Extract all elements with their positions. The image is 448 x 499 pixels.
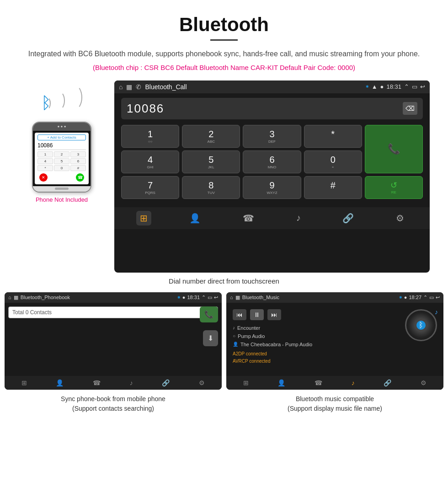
key-5[interactable]: 5 JKL xyxy=(182,150,240,173)
phone-key-0[interactable]: 0 xyxy=(54,165,69,171)
mu-toolbar-contacts[interactable]: 👤 xyxy=(276,378,287,387)
hu-call-title: Bluetooth_Call xyxy=(145,83,187,91)
track-3-icon: 👤 xyxy=(233,342,238,347)
key-4[interactable]: 4 GHI xyxy=(121,150,179,173)
key-7[interactable]: 7 PQRS xyxy=(121,176,179,199)
phone-dialpad: 1 2 3 4 5 6 * 0 # xyxy=(37,151,86,171)
phonebook-menu-icon: ▦ xyxy=(14,295,18,300)
track-row-3: 👤 The Cheebacabra - Pump Audio xyxy=(233,340,401,349)
phone-key-star[interactable]: * xyxy=(37,165,53,171)
key-0[interactable]: 0 + xyxy=(304,150,362,173)
key-9[interactable]: 9 WXYZ xyxy=(243,176,301,199)
phone-key-6[interactable]: 6 xyxy=(70,158,86,164)
toolbar-dialpad[interactable]: ⊞ xyxy=(136,211,151,225)
phone-key-hash[interactable]: # xyxy=(70,165,86,171)
music-note-icon: ♪ xyxy=(435,308,438,316)
music-menu-icon: ▦ xyxy=(235,295,240,300)
phone-call-button[interactable]: ☎ xyxy=(76,173,84,182)
phone-end-button[interactable]: ✕ xyxy=(39,173,48,182)
music-back[interactable]: ↩ xyxy=(436,295,440,300)
phonebook-top-right: ✱ ● 18:31 ⌃ ▭ ↩ xyxy=(177,295,218,300)
music-prev-button[interactable]: ⏮ xyxy=(233,309,246,320)
hu-top-left: ⌂ ▦ ✆ Bluetooth_Call xyxy=(119,83,187,91)
backspace-button[interactable]: ⌫ xyxy=(403,102,417,115)
phone-home-button xyxy=(55,188,69,190)
music-next-button[interactable]: ⏭ xyxy=(267,309,281,320)
toolbar-music[interactable]: ♪ xyxy=(293,211,304,225)
mu-toolbar-music[interactable]: ♪ xyxy=(350,378,357,387)
pb-toolbar-dialpad[interactable]: ⊞ xyxy=(20,378,29,387)
music-status: A2DP connected AVRCP connected xyxy=(233,350,401,365)
phone-mockup: ● ● ● + Add to Contacts 10086 1 2 3 4 5 … xyxy=(32,122,91,193)
music-status-avrcp: AVRCP connected xyxy=(233,358,401,365)
key-6-sub: MNO xyxy=(245,165,299,169)
key-8[interactable]: 8 TUV xyxy=(182,176,240,199)
call-button[interactable]: 📞 xyxy=(365,125,423,173)
page-subtitle: Integrated with BC6 Bluetooth module, su… xyxy=(9,48,439,60)
phone-key-2[interactable]: 2 xyxy=(54,151,69,157)
key-1[interactable]: 1 ○○ xyxy=(121,125,179,148)
phonebook-panel: ⌂ ▦ Bluetooth_Phonebook ✱ ● 18:31 ⌃ ▭ ↩ … xyxy=(5,292,222,413)
music-home-icon: ⌂ xyxy=(230,295,233,300)
toolbar-call[interactable]: ☎ xyxy=(239,211,258,225)
phone-key-3[interactable]: 3 xyxy=(70,151,86,157)
pb-toolbar-link[interactable]: 🔗 xyxy=(160,378,171,387)
music-signal: ⌃ xyxy=(423,295,427,300)
wave3 xyxy=(68,85,82,110)
phonebook-back[interactable]: ↩ xyxy=(214,295,218,300)
phonebook-caption: Sync phone-book from mobile phone (Suppo… xyxy=(61,394,165,413)
toolbar-link[interactable]: 🔗 xyxy=(339,211,357,225)
music-inner: ⏮ ⏸ ⏭ ♪ Encounter ○ Pump Audio xyxy=(230,306,440,368)
mu-toolbar-link[interactable]: 🔗 xyxy=(382,378,393,387)
home-icon: ⌂ xyxy=(119,83,123,91)
phone-key-1[interactable]: 1 xyxy=(37,151,53,157)
pb-toolbar-call[interactable]: ☎ xyxy=(91,378,102,387)
phonebook-call-button[interactable]: 📞 xyxy=(200,306,218,322)
key-6[interactable]: 6 MNO xyxy=(243,150,301,173)
mu-toolbar-dialpad[interactable]: ⊞ xyxy=(241,378,251,387)
key-3[interactable]: 3 DEF xyxy=(243,125,301,148)
phonebook-top-bar: ⌂ ▦ Bluetooth_Phonebook ✱ ● 18:31 ⌃ ▭ ↩ xyxy=(5,292,222,303)
call-section: ᛒ ● ● ● + Add to Contacts 10086 1 2 3 xyxy=(0,80,448,273)
music-battery: ▭ xyxy=(429,295,434,300)
back-icon[interactable]: ↩ xyxy=(420,83,425,90)
music-top-bar: ⌂ ▦ Bluetooth_Music ✱ ● 18:27 ⌃ ▭ ↩ xyxy=(226,292,443,303)
music-caption: Bluetooth music compatible (Support disp… xyxy=(288,394,382,413)
phone-key-4[interactable]: 4 xyxy=(37,158,53,164)
music-content: ⏮ ⏸ ⏭ ♪ Encounter ○ Pump Audio xyxy=(226,303,443,376)
recall-button[interactable]: ↺ RE xyxy=(365,176,423,199)
phone-screen: + Add to Contacts 10086 1 2 3 4 5 6 * 0 … xyxy=(33,131,91,186)
key-4-main: 4 xyxy=(123,155,177,165)
keypad-grid: 1 ○○ 2 ABC 3 DEF * 📞 xyxy=(121,125,423,199)
phone-number-display: 10086 xyxy=(37,142,86,150)
dialer-container: 10086 ⌫ 1 ○○ 2 ABC 3 DEF * xyxy=(114,93,430,204)
phone-side: ᛒ ● ● ● + Add to Contacts 10086 1 2 3 xyxy=(18,80,105,203)
mu-toolbar-call[interactable]: ☎ xyxy=(313,378,324,387)
pb-toolbar-contacts[interactable]: 👤 xyxy=(54,378,65,387)
music-top-right: ✱ ● 18:27 ⌃ ▭ ↩ xyxy=(399,295,440,300)
key-8-sub: TUV xyxy=(184,191,238,195)
key-hash[interactable]: # xyxy=(304,176,362,199)
key-star[interactable]: * xyxy=(304,125,362,148)
phonebook-call-icon: 📞 xyxy=(204,311,213,318)
key-2-main: 2 xyxy=(184,129,238,140)
music-play-button[interactable]: ⏸ xyxy=(250,309,264,320)
music-bottom-bar: ⊞ 👤 ☎ ♪ 🔗 ⚙ xyxy=(226,376,443,390)
key-5-main: 5 xyxy=(184,155,238,165)
recall-icon: ↺ xyxy=(390,180,397,190)
music-controls: ⏮ ⏸ ⏭ xyxy=(233,309,401,320)
mu-toolbar-settings[interactable]: ⚙ xyxy=(419,378,428,387)
key-star-main: * xyxy=(306,129,360,140)
pb-toolbar-settings[interactable]: ⚙ xyxy=(197,378,207,387)
phone-bottom-bar xyxy=(33,186,91,192)
toolbar-contacts[interactable]: 👤 xyxy=(186,211,204,225)
music-bt-icon: ✱ xyxy=(399,295,402,300)
phonebook-download-button[interactable]: ⬇ xyxy=(203,330,218,346)
key-0-sub: + xyxy=(306,165,360,169)
key-2[interactable]: 2 ABC xyxy=(182,125,240,148)
phonebook-search[interactable]: Total 0 Contacts xyxy=(8,306,218,318)
call-green-icon: 📞 xyxy=(388,143,400,155)
toolbar-settings[interactable]: ⚙ xyxy=(392,211,408,225)
pb-toolbar-music[interactable]: ♪ xyxy=(128,378,135,387)
phone-key-5[interactable]: 5 xyxy=(54,158,69,164)
